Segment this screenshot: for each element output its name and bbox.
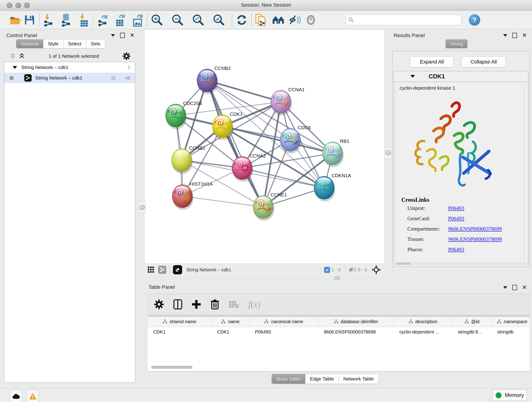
crosslink-genecardlink[interactable]: P06493	[448, 216, 464, 222]
network-node-cdkn1a[interactable]: CDKN1A	[314, 173, 351, 201]
import-network-from-file-button[interactable]	[42, 13, 56, 27]
column-header-canonical-name[interactable]: canonical name	[249, 316, 318, 327]
bottom-splitter-knob[interactable]	[334, 276, 340, 280]
tree-expander-icon[interactable]	[13, 66, 17, 69]
network-edge[interactable]	[207, 80, 263, 207]
crosslink-uniprotlink[interactable]: P06493	[448, 205, 464, 211]
network-node-ccnb1[interactable]: CCNB1	[172, 145, 205, 174]
hide-panels-button[interactable]	[288, 13, 302, 27]
tab-network[interactable]: Network	[16, 39, 43, 48]
crosslink-pharoslink[interactable]: P06493	[448, 247, 464, 253]
close-panel-icon[interactable]: ✕	[130, 32, 134, 38]
tab-node-table[interactable]: Node Table	[272, 374, 305, 384]
network-row-selected[interactable]: String Network – cdk1 11 48	[4, 73, 135, 83]
warnings-button[interactable]	[26, 390, 39, 402]
search-input[interactable]	[346, 15, 462, 25]
collapse-section-icon[interactable]	[410, 75, 415, 78]
protein-card-header[interactable]: CDK1	[394, 71, 528, 82]
collapse-panel-icon[interactable]	[503, 34, 507, 37]
refresh-view-button[interactable]	[234, 13, 249, 27]
eye-icon	[305, 14, 317, 26]
left-splitter-knob[interactable]	[139, 204, 145, 210]
column-header-namespace[interactable]: namespace	[492, 316, 530, 327]
close-panel-icon[interactable]: ✕	[522, 32, 527, 38]
network-collection-row[interactable]: String Network – cdk1 1	[4, 62, 135, 73]
zoom-selected-button[interactable]	[212, 13, 226, 27]
show-panels-button[interactable]	[304, 13, 318, 27]
collapse-panel-icon[interactable]	[111, 34, 115, 37]
network-node-ccnb2[interactable]: CCNB2	[197, 65, 231, 94]
zoom-fit-button[interactable]	[191, 13, 205, 27]
network-node-cdc6[interactable]: CDC6	[280, 125, 311, 153]
table-cell[interactable]: CDK1	[148, 329, 211, 335]
export-image-button[interactable]	[131, 13, 145, 27]
table-cell[interactable]: P06493	[249, 329, 318, 335]
fit-selected-crosshair-icon[interactable]	[372, 265, 381, 274]
table-horizontal-scrollbar[interactable]	[151, 366, 192, 369]
table-cell[interactable]: 9606.ENSP00000378699	[318, 329, 394, 335]
node-table[interactable]: shared namenamecanonical namedatabase id…	[148, 316, 530, 371]
add-column-icon[interactable]	[191, 300, 201, 309]
crosslink-row: Pharos:P06493	[395, 244, 522, 255]
tab-network-table[interactable]: Network Table	[339, 374, 379, 384]
open-session-button[interactable]	[8, 13, 22, 27]
table-cell[interactable]: CDK1	[211, 329, 249, 335]
expand-all-chevron-icon[interactable]	[18, 53, 25, 59]
collapse-panel-icon[interactable]	[503, 286, 507, 289]
table-cell[interactable]: stringdb	[492, 329, 530, 335]
network-options-gear-icon[interactable]	[122, 52, 131, 60]
crosslink-compartmentslink[interactable]: 9606.ENSP00000378699	[448, 226, 502, 232]
crosslink-tissueslink[interactable]: 9606.ENSP00000378699	[448, 236, 502, 242]
network-canvas[interactable]: CCNB2CCNA1CDC25BCDK1CDC6RB1CCNB1CCNA2CDK…	[144, 30, 385, 264]
column-header-database-identifier[interactable]: database identifier	[318, 316, 394, 327]
show-all-networks-button[interactable]	[271, 13, 285, 27]
delete-column-trash-icon[interactable]	[210, 299, 220, 310]
import-network-from-database-button[interactable]	[59, 13, 73, 27]
collapse-all-chevron-icon[interactable]	[9, 53, 16, 59]
grid-view-icon[interactable]	[147, 266, 154, 273]
tab-edge-table[interactable]: Edge Table	[305, 374, 339, 384]
network-share-view-icon[interactable]	[158, 266, 166, 274]
column-header-description[interactable]: description	[394, 316, 452, 327]
selected-items-checkbox-icon[interactable]	[324, 267, 330, 273]
results-scroll-thumb[interactable]	[396, 263, 411, 265]
column-header-id[interactable]: @id	[452, 316, 492, 327]
float-panel-icon[interactable]	[512, 33, 517, 38]
tab-string[interactable]: String	[445, 39, 468, 48]
birdseye-view-icon[interactable]	[173, 265, 182, 274]
network-edge[interactable]	[182, 196, 263, 207]
tab-style[interactable]: Style	[43, 39, 63, 48]
show-columns-icon[interactable]	[173, 299, 182, 310]
network-list-header: 1 of 1 Network selected	[4, 51, 135, 61]
column-header-name[interactable]: name	[211, 316, 249, 327]
import-table-from-file-button[interactable]	[76, 13, 91, 27]
table-row[interactable]: CDK1CDK1P064939606.ENSP00000378699cyclin…	[148, 327, 530, 337]
selected-counts: 1 - 0	[331, 267, 341, 273]
network-node-ccna1[interactable]: CCNA1	[271, 87, 304, 115]
table-cell[interactable]: cyclin-dependent ...	[394, 329, 452, 335]
tab-sets[interactable]: Sets	[86, 39, 105, 48]
export-table-button[interactable]	[113, 13, 127, 27]
cloud-status-button[interactable]	[10, 390, 22, 402]
zoom-out-button[interactable]	[171, 13, 185, 27]
export-network-button[interactable]	[96, 13, 110, 27]
collapse-all-button[interactable]: Collapse All	[462, 56, 506, 67]
close-panel-icon[interactable]: ✕	[522, 285, 527, 290]
zoom-in-button[interactable]	[150, 13, 164, 27]
tab-select[interactable]: Select	[63, 39, 86, 48]
network-node-rb1[interactable]: RB1	[323, 138, 349, 167]
float-panel-icon[interactable]	[120, 33, 125, 38]
table-options-gear-icon[interactable]	[154, 299, 164, 309]
help-button[interactable]: ?	[469, 14, 480, 26]
expand-all-button[interactable]: Expand All	[410, 56, 454, 67]
float-panel-icon[interactable]	[512, 285, 517, 290]
table-cell[interactable]: stringdb:9...	[452, 329, 492, 335]
memory-button[interactable]: Memory	[493, 390, 527, 401]
clone-network-button[interactable]	[254, 13, 268, 27]
network-node-hist1h1a[interactable]: HIST1H1A	[172, 181, 213, 210]
results-panel-header-icons: ✕	[503, 32, 527, 38]
right-splitter-knob[interactable]	[385, 150, 391, 156]
column-header-shared-name[interactable]: shared name	[148, 316, 211, 327]
save-session-button[interactable]	[22, 13, 37, 27]
hidden-items-eye-icon[interactable]	[349, 267, 356, 273]
